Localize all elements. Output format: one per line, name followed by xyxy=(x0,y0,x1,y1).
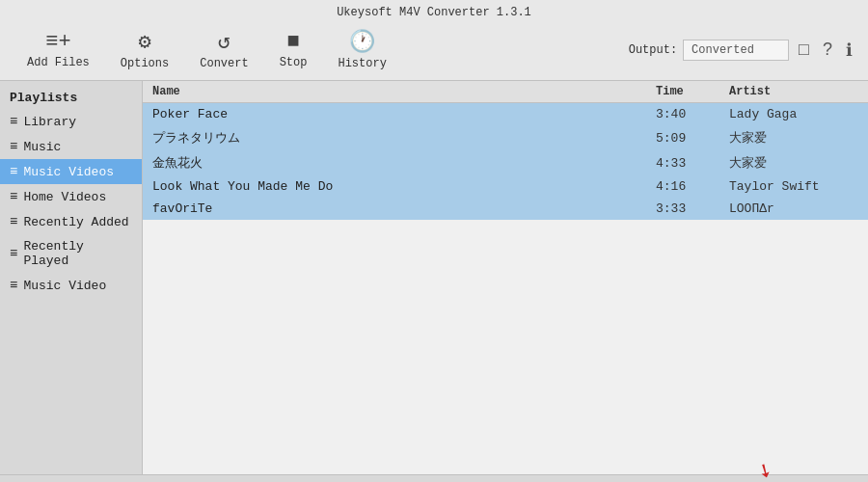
convert-button[interactable]: ↺ Convert xyxy=(184,25,263,74)
row-time: 3:40 xyxy=(656,107,723,121)
history-icon: 🕐 xyxy=(349,29,375,55)
bottom-bar: Add ➘ Add All Cancel xyxy=(0,474,868,482)
sidebar-item-library[interactable]: ≡Library xyxy=(0,109,142,134)
sidebar-item-recently-played[interactable]: ≡Recently Played xyxy=(0,234,142,273)
sidebar-item-music[interactable]: ≡Music xyxy=(0,134,142,159)
col-header-time: Time xyxy=(656,85,723,98)
app-title: Ukeysoft M4V Converter 1.3.1 xyxy=(337,6,531,19)
sidebar: Playlists ≡Library≡Music≡Music Videos≡Ho… xyxy=(0,81,143,474)
row-name: favOriTe xyxy=(143,201,656,216)
row-name: 金魚花火 xyxy=(143,154,656,172)
table-row[interactable]: 金魚花火 4:33 大家爱 xyxy=(143,150,868,175)
history-button[interactable]: 🕐 History xyxy=(322,25,401,74)
options-label: Options xyxy=(121,57,169,70)
table-row[interactable]: Look What You Made Me Do 4:16 Taylor Swi… xyxy=(143,175,868,198)
sidebar-item-music-video[interactable]: ≡Music Video xyxy=(0,273,142,298)
gear-icon: ⚙ xyxy=(138,29,150,55)
output-label: Output: xyxy=(629,43,677,57)
row-time: 5:09 xyxy=(656,131,723,146)
col-header-artist: Artist xyxy=(723,85,868,98)
row-name: Look What You Made Me Do xyxy=(143,179,656,194)
list-icon: ≡ xyxy=(10,114,17,129)
output-area: Output: □ ? ℹ xyxy=(629,38,856,63)
table-body: Poker Face 3:40 Lady Gaga プラネタリウム 5:09 大… xyxy=(143,103,868,474)
row-name: プラネタリウム xyxy=(143,129,656,147)
add-files-label: Add Files xyxy=(27,56,90,69)
list-icon: ≡ xyxy=(10,246,17,261)
table-header: Name Time Artist xyxy=(143,81,868,103)
playlists-label: Playlists xyxy=(0,85,142,109)
list-icon: ≡ xyxy=(10,139,17,154)
table-row[interactable]: プラネタリウム 5:09 大家爱 xyxy=(143,125,868,150)
table-row[interactable]: Poker Face 3:40 Lady Gaga xyxy=(143,103,868,125)
row-artist: LOOΠΔr xyxy=(723,201,868,216)
row-artist: Lady Gaga xyxy=(723,107,868,121)
list-icon: ≡ xyxy=(10,189,17,204)
row-name: Poker Face xyxy=(143,107,656,121)
sidebar-item-recently-added[interactable]: ≡Recently Added xyxy=(0,209,142,234)
table-row[interactable]: favOriTe 3:33 LOOΠΔr xyxy=(143,198,868,220)
convert-icon: ↺ xyxy=(218,29,231,55)
sidebar-item-label: Home Videos xyxy=(23,190,106,204)
sidebar-item-home-videos[interactable]: ≡Home Videos xyxy=(0,184,142,209)
list-icon: ≡ xyxy=(10,164,17,179)
add-files-button[interactable]: ≡+ Add Files xyxy=(12,26,105,73)
convert-label: Convert xyxy=(200,57,248,70)
row-artist: 大家爱 xyxy=(723,154,868,172)
sidebar-item-music-videos[interactable]: ≡Music Videos xyxy=(0,159,142,184)
stop-button[interactable]: ■ Stop xyxy=(264,26,323,73)
toolbar: ≡+ Add Files ⚙ Options ↺ Convert ■ Stop … xyxy=(0,21,868,81)
history-label: History xyxy=(338,57,386,70)
sidebar-item-label: Recently Played xyxy=(23,239,132,268)
sidebar-item-label: Music Video xyxy=(23,279,106,293)
add-files-icon: ≡+ xyxy=(45,30,70,54)
row-time: 3:33 xyxy=(656,201,723,216)
content-area: Name Time Artist Poker Face 3:40 Lady Ga… xyxy=(143,81,868,474)
sidebar-item-label: Music xyxy=(23,140,61,154)
options-button[interactable]: ⚙ Options xyxy=(105,25,184,74)
list-icon: ≡ xyxy=(10,278,17,293)
stop-label: Stop xyxy=(280,56,308,69)
main-area: Playlists ≡Library≡Music≡Music Videos≡Ho… xyxy=(0,81,868,474)
folder-icon-button[interactable]: □ xyxy=(795,38,813,62)
title-bar: Ukeysoft M4V Converter 1.3.1 xyxy=(0,0,868,21)
sidebar-item-label: Music Videos xyxy=(23,165,114,179)
stop-icon: ■ xyxy=(286,30,299,54)
list-icon: ≡ xyxy=(10,214,17,229)
col-header-name: Name xyxy=(143,85,656,98)
sidebar-item-label: Library xyxy=(23,115,76,129)
sidebar-item-label: Recently Added xyxy=(23,215,128,229)
help-icon-button[interactable]: ? xyxy=(819,38,836,62)
row-artist: Taylor Swift xyxy=(723,179,868,194)
row-artist: 大家爱 xyxy=(723,129,868,147)
row-time: 4:16 xyxy=(656,179,723,194)
info-icon-button[interactable]: ℹ xyxy=(842,38,856,63)
output-input[interactable] xyxy=(683,40,789,61)
row-time: 4:33 xyxy=(656,156,723,171)
